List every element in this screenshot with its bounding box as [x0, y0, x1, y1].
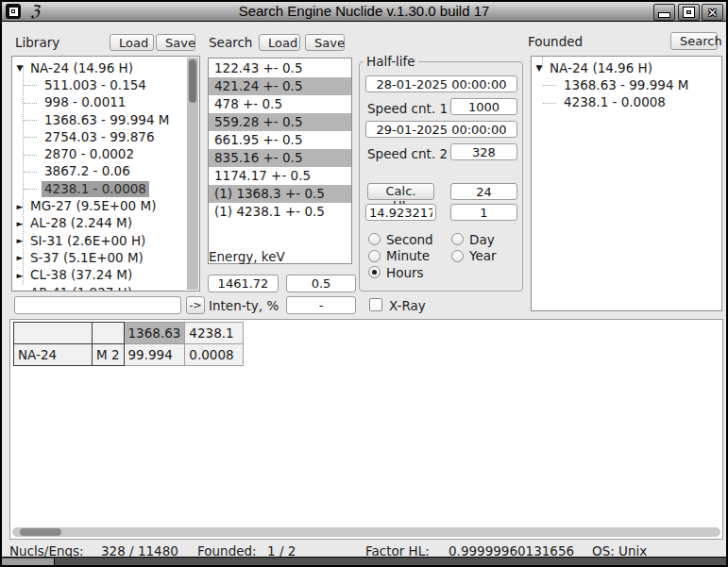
window-frame-bottom[interactable]: [2, 557, 726, 565]
transfer-button[interactable]: ->: [186, 296, 205, 314]
close-button[interactable]: ✕: [702, 4, 723, 21]
tree-item[interactable]: ►S-37 (5.1E+00 M): [12, 249, 199, 266]
expander-closed-icon[interactable]: ►: [12, 215, 27, 232]
radio-label: Minute: [386, 248, 430, 263]
tree-item[interactable]: 2870 - 0.0002: [12, 145, 199, 162]
founded-search-button[interactable]: Search: [670, 32, 718, 50]
maximize-icon: [684, 8, 694, 17]
tree-item[interactable]: ►MG-27 (9.5E+00 M): [12, 197, 199, 214]
halflife-factor-field[interactable]: [450, 204, 517, 221]
search-list-item[interactable]: 661.95 +- 0.5: [209, 131, 351, 149]
radio-hours[interactable]: Hours: [368, 264, 433, 280]
table-header-cell[interactable]: 4238.1: [185, 323, 244, 344]
tree-item[interactable]: 4238.1 - 0.0008: [532, 94, 721, 111]
library-filter-input[interactable]: [14, 296, 181, 314]
tree-item[interactable]: ▼NA-24 (14.96 H): [12, 59, 199, 76]
energy-value-field[interactable]: [208, 275, 279, 292]
search-list-item[interactable]: 421.24 +- 0.5: [209, 77, 351, 95]
resize-grip[interactable]: [2, 559, 55, 565]
expander-closed-icon[interactable]: ►: [12, 249, 27, 266]
search-list-panel: 122.43 +- 0.5421.24 +- 0.5478 +- 0.5559.…: [208, 58, 352, 264]
expander-open-icon[interactable]: ▼: [532, 59, 547, 76]
start-datetime-field[interactable]: [365, 75, 517, 92]
minimize-button[interactable]: [653, 4, 675, 21]
tree-item[interactable]: 511.003 - 0.154: [12, 76, 199, 93]
tree-item[interactable]: ▼NA-24 (14.96 H): [532, 59, 721, 76]
table-header-cell[interactable]: 1368.63: [124, 323, 185, 344]
calc-hours-field[interactable]: [450, 183, 517, 200]
end-datetime-field[interactable]: [365, 121, 517, 138]
tree-item-label: AL-28 (2.244 M): [27, 215, 135, 231]
table-cell[interactable]: M 2: [93, 344, 125, 366]
radio-second[interactable]: Second: [368, 231, 433, 247]
tree-item[interactable]: 2754.03 - 99.876: [12, 128, 199, 145]
halflife-value-field[interactable]: [365, 204, 436, 221]
tree-item[interactable]: 1368.63 - 99.994 M: [12, 111, 199, 128]
tree-item-label: 2754.03 - 99.876: [42, 129, 158, 145]
radio-button-icon[interactable]: [451, 233, 464, 245]
founded-tree-panel: ▼NA-24 (14.96 H)1368.63 - 99.994 M4238.1…: [531, 56, 722, 311]
library-save-button[interactable]: Save: [156, 34, 195, 51]
radio-button-icon[interactable]: [368, 266, 381, 278]
table-cell[interactable]: 0.0008: [185, 344, 244, 366]
tree-item-label: 4238.1 - 0.0008: [42, 181, 149, 197]
expander-closed-icon[interactable]: ►: [12, 232, 27, 249]
table-cell[interactable]: 99.994: [124, 344, 185, 366]
calc-hl-button[interactable]: Calc. HL: [367, 183, 434, 200]
radio-minute[interactable]: Minute: [368, 248, 433, 264]
radio-day[interactable]: Day: [451, 231, 497, 247]
tree-item[interactable]: 4238.1 - 0.0008: [12, 180, 199, 197]
radio-button-icon[interactable]: [451, 250, 464, 262]
founded-tree[interactable]: ▼NA-24 (14.96 H)1368.63 - 99.994 M4238.1…: [532, 57, 721, 310]
tree-item-label: 1368.63 - 99.994 M: [561, 77, 691, 93]
expander-closed-icon[interactable]: ►: [12, 267, 27, 284]
app-window: ℨ Search Engine Nuclide v.1.30.0 build 1…: [0, 0, 728, 567]
search-list[interactable]: 122.43 +- 0.5421.24 +- 0.5478 +- 0.5559.…: [209, 58, 351, 221]
expander-open-icon[interactable]: ▼: [12, 59, 27, 76]
radio-button-icon[interactable]: [368, 250, 381, 262]
energy-tolerance-field[interactable]: [286, 275, 356, 292]
radio-year[interactable]: Year: [451, 248, 497, 264]
table-cell[interactable]: NA-24: [14, 344, 93, 366]
search-save-button[interactable]: Save: [305, 34, 345, 51]
library-label: Library: [15, 35, 59, 50]
library-scrollbar[interactable]: [187, 58, 198, 290]
tree-item[interactable]: ►CL-38 (37.24 M): [12, 267, 199, 284]
search-list-item[interactable]: 478 +- 0.5: [209, 95, 351, 113]
search-list-item[interactable]: (1) 4238.1 +- 0.5: [209, 203, 351, 221]
tree-item[interactable]: 3867.2 - 0.06: [12, 163, 199, 180]
intensity-field[interactable]: [286, 296, 356, 314]
library-load-button[interactable]: Load: [110, 34, 154, 51]
table-header-cell[interactable]: [93, 323, 125, 344]
radio-label: Hours: [386, 265, 424, 280]
library-scrollbar-thumb[interactable]: [189, 59, 196, 103]
search-list-item[interactable]: 559.28 +- 0.5: [209, 113, 351, 131]
tree-item[interactable]: ►AR-41 (1.827 H): [12, 284, 199, 291]
close-icon: ✕: [707, 7, 718, 19]
radio-button-icon[interactable]: [368, 233, 381, 245]
expander-closed-icon[interactable]: ►: [12, 198, 27, 215]
maximize-button[interactable]: [678, 4, 700, 21]
speed-cnt-2-field[interactable]: [450, 143, 517, 160]
titlebar[interactable]: ℨ Search Engine Nuclide v.1.30.0 build 1…: [2, 2, 726, 22]
tree-item[interactable]: 1368.63 - 99.994 M: [532, 76, 721, 93]
search-list-item[interactable]: 835.16 +- 0.5: [209, 149, 351, 167]
xray-checkbox[interactable]: [369, 298, 382, 311]
results-hscrollbar-thumb[interactable]: [20, 528, 61, 536]
speed-cnt-1-field[interactable]: [450, 98, 517, 115]
tree-item-label: 511.003 - 0.154: [42, 77, 149, 93]
results-hscrollbar[interactable]: [12, 527, 720, 537]
library-tree[interactable]: ▼NA-24 (14.96 H)511.003 - 0.154998 - 0.0…: [12, 57, 199, 291]
search-list-item[interactable]: 122.43 +- 0.5: [209, 59, 351, 77]
tree-item[interactable]: ►SI-31 (2.6E+00 H): [12, 232, 199, 249]
search-list-item[interactable]: 1174.17 +- 0.5: [209, 167, 351, 185]
tree-item-label: 3867.2 - 0.06: [42, 163, 133, 179]
search-load-button[interactable]: Load: [259, 34, 300, 51]
search-list-item[interactable]: (1) 1368.3 +- 0.5: [209, 185, 351, 203]
tree-item[interactable]: ►AL-28 (2.244 M): [12, 215, 199, 232]
radio-label: Second: [386, 232, 433, 247]
tree-item[interactable]: 998 - 0.0011: [12, 94, 199, 111]
search-label: Search: [209, 35, 252, 50]
table-header-cell[interactable]: [14, 323, 93, 344]
expander-closed-icon[interactable]: ►: [12, 284, 27, 291]
